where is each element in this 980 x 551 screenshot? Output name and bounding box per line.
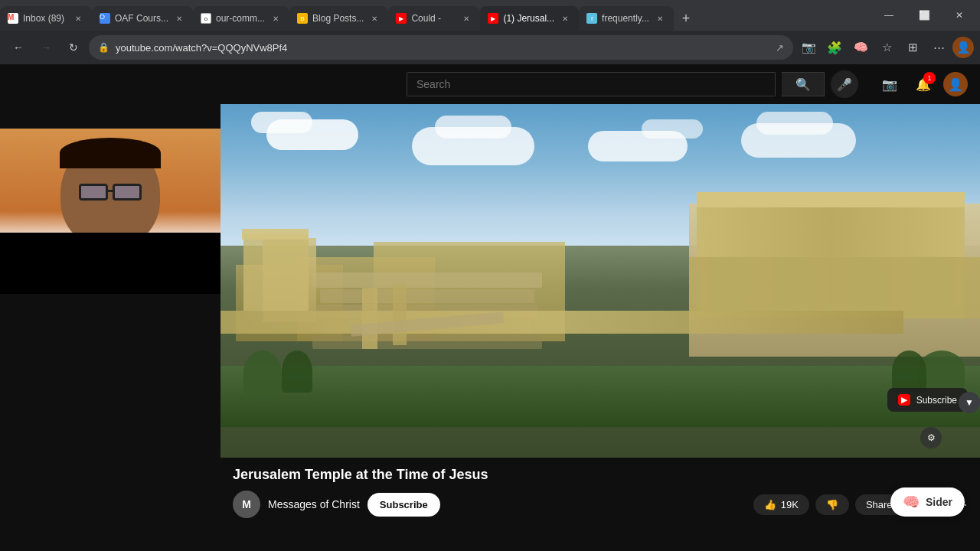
search-input[interactable] [407,73,775,96]
tab-blog[interactable]: B Blog Posts... ✕ [289,6,388,31]
like-count: 19K [781,499,799,510]
tab-title-blog: Blog Posts... [312,13,364,24]
tab-favicon-inbox: M [8,13,18,24]
screen-capture-icon[interactable]: 📷 [796,35,821,60]
tab-close-inbox[interactable]: ✕ [72,12,84,24]
external-link-icon: ↗ [776,42,784,54]
thumbs-down-icon: 👎 [826,499,838,510]
yt-logo-mini: ▶ [898,394,910,406]
account-avatar[interactable]: 👤 [943,72,968,96]
voice-search-button[interactable]: 🎤 [831,70,858,98]
tab-bar: M Inbox (89) ✕ O OAF Cours... ✕ o our-co… [0,0,980,31]
yt-subscribe-overlay[interactable]: ▶ Subscribe [887,388,968,412]
notification-badge: 1 [923,72,936,84]
tab-title-comm: our-comm... [216,13,265,24]
channel-row: M Messages of Christ Subscribe 👍 19K 👎 S… [233,491,968,518]
tab-freq[interactable]: f frequently... ✕ [579,6,674,31]
search-button[interactable]: 🔍 [782,72,825,96]
yt-header-right: 📷 🔔 1 👤 [876,70,968,98]
microphone-icon: 🎤 [837,77,852,92]
dislike-button[interactable]: 👎 [815,494,849,515]
tab-title-jerusal: (1) Jerusal... [503,13,554,24]
more-tools-icon[interactable]: ⋯ [926,35,951,60]
toolbar: ← → ↻ 🔒 youtube.com/watch?v=QQQyNVw8Pf4 … [0,31,980,64]
thumbs-up-icon: 👍 [764,499,776,510]
tab-favicon-freq: f [586,13,597,24]
like-button[interactable]: 👍 19K [753,494,809,515]
notifications-button[interactable]: 🔔 1 [910,70,937,98]
tab-title-oaf: OAF Cours... [115,13,168,24]
reload-button[interactable]: ↻ [61,35,86,60]
webcam-overlay [0,129,220,294]
tab-oaf[interactable]: O OAF Cours... ✕ [92,6,193,31]
sider-logo-icon: 🧠 [903,494,920,510]
yt-search-box [407,72,776,96]
tab-close-could[interactable]: ✕ [460,12,472,24]
yt-header: 🔍 🎤 📷 🔔 1 👤 [220,64,980,104]
settings-overlay-button[interactable]: ⚙ [920,427,942,448]
tab-close-blog[interactable]: ✕ [368,12,381,24]
youtube-page: 🔍 🎤 📷 🔔 1 👤 [220,64,980,551]
new-tab-button[interactable]: + [674,6,698,31]
tab-close-freq[interactable]: ✕ [654,12,666,24]
forward-button[interactable]: → [34,35,58,60]
extensions-icon[interactable]: 🧩 [822,35,847,60]
lock-icon: 🔒 [98,42,109,53]
video-info: Jerusalem Temple at the Time of Jesus M … [220,458,980,524]
video-title: Jerusalem Temple at the Time of Jesus [233,467,968,483]
subscribe-button[interactable]: Subscribe [368,493,440,517]
tab-favicon-comm: o [201,13,211,24]
sider-label: Sider [926,496,952,508]
profile-icon[interactable]: 👤 [952,37,974,58]
tab-title-inbox: Inbox (89) [23,13,67,24]
tab-could[interactable]: ▶ Could - ✕ [388,6,480,31]
minimize-button[interactable]: — [871,3,906,28]
sider-toolbar-icon[interactable]: 🧠 [848,35,873,60]
tab-favicon-blog: B [297,13,308,24]
scroll-indicator[interactable]: ▼ [959,392,980,413]
create-icon: 📷 [882,77,897,92]
maximize-button[interactable]: ⬜ [906,3,942,28]
search-icon: 🔍 [795,77,811,92]
tab-close-oaf[interactable]: ✕ [173,12,185,24]
video-player[interactable]: ▶ Subscribe ⚙ [220,104,980,458]
tab-close-comm[interactable]: ✕ [270,12,282,24]
tab-close-jerusal[interactable]: ✕ [559,12,571,24]
settings-icon: ⚙ [927,432,936,443]
subscribe-overlay-text: Subscribe [916,395,957,406]
window-controls: — ⬜ ✕ [871,3,980,31]
tab-title-freq: frequently... [602,13,649,24]
avatar-icon: 👤 [948,77,963,92]
close-button[interactable]: ✕ [942,3,977,28]
tab-comm[interactable]: o our-comm... ✕ [193,6,289,31]
webcam-person [0,129,220,294]
tab-favicon-jerusal: ▶ [488,13,498,24]
tab-favicon-oaf: O [100,13,110,24]
create-button[interactable]: 📷 [876,70,903,98]
main-content: 🔍 🎤 📷 🔔 1 👤 [0,64,980,551]
tab-title-could: Could - [411,13,456,24]
channel-avatar: M [233,491,260,518]
yt-search-area: 🔍 🎤 [389,70,876,98]
address-bar[interactable]: 🔒 youtube.com/watch?v=QQQyNVw8Pf4 ↗ [89,35,793,60]
tab-bar-tabs: M Inbox (89) ✕ O OAF Cours... ✕ o our-co… [0,6,871,31]
tab-groups-icon[interactable]: ⊞ [900,35,925,60]
back-button[interactable]: ← [6,35,31,60]
channel-name: Messages of Christ [268,498,360,510]
tab-jerusal[interactable]: ▶ (1) Jerusal... ✕ [480,6,579,31]
address-text: youtube.com/watch?v=QQQyNVw8Pf4 [116,42,769,54]
sider-overlay[interactable]: 🧠 Sider [890,487,965,517]
bookmark-icon[interactable]: ☆ [874,35,899,60]
tab-inbox[interactable]: M Inbox (89) ✕ [0,6,92,31]
tab-favicon-could: ▶ [396,13,407,24]
browser-frame: M Inbox (89) ✕ O OAF Cours... ✕ o our-co… [0,0,980,551]
toolbar-icons: 📷 🧩 🧠 ☆ ⊞ ⋯ 👤 [796,35,974,60]
